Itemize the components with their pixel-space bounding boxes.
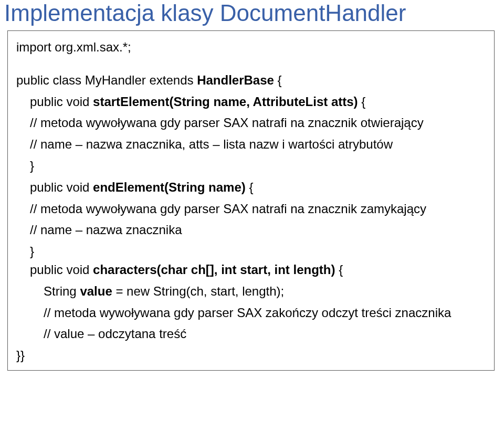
code-keyword: value: [80, 284, 112, 298]
code-line: public class MyHandler extends HandlerBa…: [16, 71, 486, 90]
code-comment: // metoda wywoływana gdy parser SAX zako…: [16, 304, 486, 322]
code-text: {: [335, 262, 343, 277]
code-text: public void: [30, 262, 93, 277]
code-comment: // name – nazwa znacznika, atts – lista …: [16, 135, 486, 154]
code-line: }}: [16, 346, 486, 365]
code-text: {: [358, 94, 366, 109]
code-comment: // value – odczytana treść: [16, 325, 486, 343]
code-line: public void characters(char ch[], int st…: [16, 261, 486, 279]
code-keyword: HandlerBase: [197, 73, 274, 87]
code-text: public void: [30, 94, 93, 109]
page-title: Implementacja klasy DocumentHandler: [4, 0, 504, 26]
code-line: import org.xml.sax.*;: [16, 38, 486, 57]
code-line: }: [16, 243, 486, 261]
code-text: {: [274, 73, 282, 87]
code-line: public void endElement(String name) {: [16, 178, 486, 197]
code-comment: // metoda wywoływana gdy parser SAX natr…: [16, 200, 486, 218]
code-text: public class MyHandler extends: [16, 73, 197, 87]
code-text: = new String(ch, start, length);: [112, 284, 284, 298]
code-line: public void startElement(String name, At…: [16, 93, 486, 111]
code-text: {: [246, 180, 254, 194]
code-comment: // name – nazwa znacznika: [16, 221, 486, 239]
code-line: String value = new String(ch, start, len…: [16, 282, 486, 301]
code-text: String: [44, 284, 80, 298]
code-keyword: endElement(String name): [93, 180, 246, 194]
code-keyword: characters(char ch[], int start, int len…: [93, 262, 335, 277]
code-block: import org.xml.sax.*; public class MyHan…: [7, 30, 495, 371]
code-line: }: [16, 157, 486, 175]
code-text: public void: [30, 180, 93, 194]
code-comment: // metoda wywoływana gdy parser SAX natr…: [16, 114, 486, 132]
code-keyword: startElement(String name, AttributeList …: [93, 94, 358, 109]
